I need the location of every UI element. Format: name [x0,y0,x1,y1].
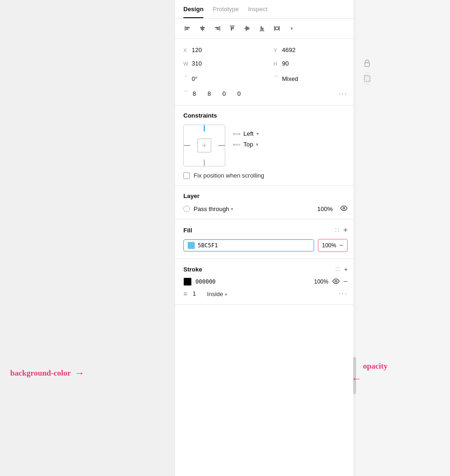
xy-row: X Y [183,45,348,55]
tab-inspect[interactable]: Inspect [248,6,268,18]
left-panel [0,0,175,476]
align-middle-h-icon[interactable] [242,23,252,33]
radius-row: ⌒ ··· [183,89,348,99]
layer-opacity-value[interactable]: 100% [317,205,333,212]
svg-rect-7 [215,27,219,28]
fix-position-label: Fix position when scrolling [194,172,264,179]
fill-color-picker[interactable]: 5BC5F1 [183,239,314,251]
fill-opacity-value[interactable]: 100% [322,242,336,249]
stroke-hex-value[interactable]: 000000 [195,278,215,285]
stroke-options-row: ≡ 1 Inside ▾ ··· [183,290,348,298]
fill-header: Fill ∷ + [183,226,348,234]
fill-opacity-control[interactable]: 100% − [318,239,348,252]
align-left-icon[interactable] [182,23,193,33]
r1-input[interactable] [191,89,205,99]
align-top-icon[interactable] [227,23,237,33]
stroke-remove-icon[interactable]: − [343,278,348,286]
layer-section: Layer Pass through ▾ 100% [175,186,356,219]
x-input[interactable] [190,45,272,55]
constraint-horizontal-arrow: ▾ [256,131,259,136]
fill-title: Fill [183,227,335,234]
horizontal-constraint-icon: ⟺ [233,131,241,137]
layer-visibility-icon[interactable] [340,205,348,212]
distribute-icon[interactable] [272,23,282,33]
constraint-dropdowns: ⟺ Left ▾ ⟸ Top ▾ [233,125,259,148]
align-bottom-icon[interactable] [257,23,267,33]
fix-position-row: Fix position when scrolling [183,172,348,179]
stroke-lines-icon: ≡ [183,290,187,298]
constraint-horizontal-row[interactable]: ⟺ Left ▾ [233,130,259,137]
svg-rect-0 [185,26,186,31]
svg-rect-15 [260,31,264,32]
opacity-annotation-label: opacity [363,362,388,371]
corner-symbol: ⌒ [274,75,280,83]
stroke-title: Stroke [183,266,336,273]
corner-input[interactable] [280,74,362,84]
svg-rect-3 [202,26,203,31]
svg-point-24 [335,280,337,282]
w-input[interactable] [190,59,272,68]
constraint-diagram: + [183,125,225,166]
svg-rect-16 [261,26,262,30]
opacity-arrow-container: → [351,373,362,385]
svg-rect-20 [275,27,278,30]
r2-input[interactable] [206,89,220,99]
y-label: Y [274,47,280,53]
more-align-icon[interactable]: ▾ [287,23,297,33]
y-input[interactable] [280,45,362,55]
align-center-v-icon[interactable] [197,23,208,33]
fill-dots-icon[interactable]: ∷ [335,226,340,234]
fill-hex-value[interactable]: 5BC5F1 [198,242,218,249]
h-input[interactable] [280,59,362,68]
alignment-toolbar: ▾ [175,19,356,39]
svg-rect-6 [220,26,221,31]
opacity-annotation: opacity [363,362,388,371]
stroke-add-icon[interactable]: + [344,266,348,273]
r4-input[interactable] [235,89,249,99]
tab-design[interactable]: Design [183,6,203,18]
design-panel: Design Prototype Inspect [175,0,356,476]
fill-section: Fill ∷ + 5BC5F1 100% − [175,219,356,259]
bg-color-annotation: background-color → [10,367,85,379]
angle-input[interactable] [190,74,272,84]
stroke-section: Stroke ∷ + 000000 100% − ≡ 1 Inside ▾ ··… [175,259,356,305]
clip-content-icon[interactable] [364,72,370,85]
scrollbar[interactable] [353,0,356,476]
layer-mode-icon [183,205,190,212]
constraint-right-line [218,145,225,146]
constraint-vertical-label: Top [243,141,253,148]
stroke-visibility-icon[interactable] [332,278,340,285]
svg-rect-8 [217,29,219,30]
svg-rect-14 [248,27,249,30]
x-label: X [183,47,190,53]
bg-color-arrow-icon: → [74,367,85,379]
constraint-vertical-row[interactable]: ⟸ Top ▾ [233,141,259,148]
stroke-swatch[interactable] [183,278,192,286]
svg-rect-5 [201,29,204,30]
fill-opacity-minus-icon[interactable]: − [339,241,343,250]
svg-rect-1 [186,27,190,28]
stroke-width-value[interactable]: 1 [193,291,196,297]
stroke-position-dropdown[interactable]: Inside ▾ [207,291,227,298]
constraints-section: Constraints + ⟺ Left ▾ ⟸ Top [175,106,356,186]
fill-add-icon[interactable]: + [343,226,348,234]
stroke-more-icon[interactable]: ··· [339,290,348,298]
y-group: Y [274,45,362,55]
radius-symbol: ⌒ [183,90,190,98]
tab-prototype[interactable]: Prototype [213,6,239,18]
fix-position-checkbox[interactable] [183,172,190,179]
opacity-arrow-icon: → [351,373,362,385]
stroke-opacity-value[interactable]: 100% [314,278,329,285]
lock-ratio-icon[interactable] [364,59,370,68]
layer-blend-dropdown[interactable]: Pass through ▾ [194,205,233,212]
svg-rect-11 [233,27,234,29]
stroke-dots-icon[interactable]: ∷ [336,265,340,273]
angle-row: ⌒ ⌒ [183,72,348,85]
svg-rect-19 [279,26,280,31]
r3-input[interactable] [221,89,235,99]
more-options-icon[interactable]: ··· [339,90,348,98]
bg-color-annotation-label: background-color [10,369,71,378]
svg-rect-13 [246,26,247,31]
constraints-title: Constraints [183,112,348,119]
align-right-icon[interactable] [212,23,222,33]
